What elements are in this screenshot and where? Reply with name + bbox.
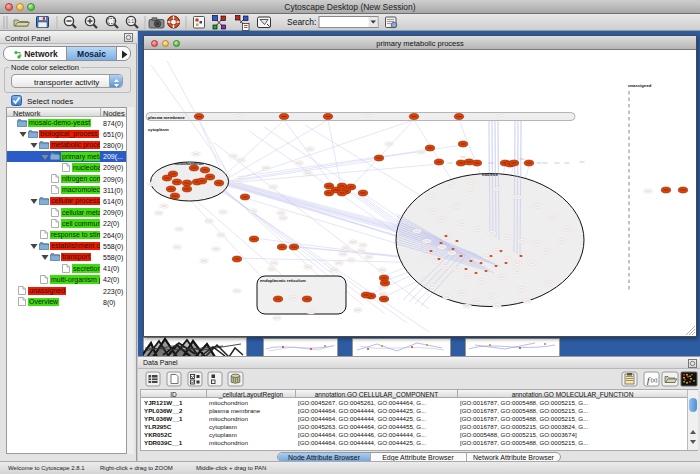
- svg-text:(x): (x): [651, 377, 658, 383]
- svg-text:nucleus: nucleus: [482, 172, 498, 177]
- svg-text:endoplasmic reticulum: endoplasmic reticulum: [260, 278, 306, 283]
- svg-text:mitochondrion: mitochondrion: [174, 161, 204, 166]
- svg-text:plasma membrane: plasma membrane: [148, 115, 185, 120]
- svg-text:unassigned: unassigned: [628, 83, 652, 88]
- svg-text:Search:: Search:: [287, 17, 316, 27]
- svg-text:1:1: 1:1: [128, 19, 135, 24]
- svg-text:cytoplasm: cytoplasm: [148, 127, 169, 132]
